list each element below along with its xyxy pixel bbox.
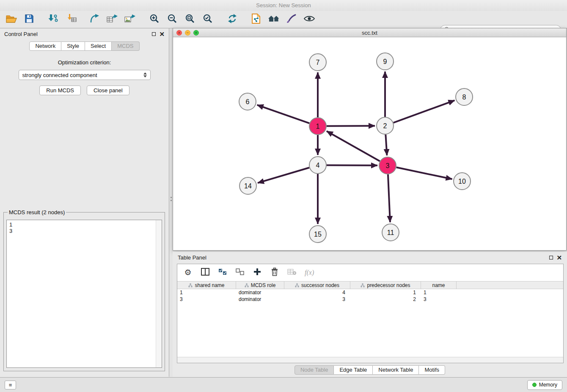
edge-3-1[interactable]	[327, 131, 380, 161]
float-panel-icon[interactable]	[152, 32, 156, 36]
close-window-icon[interactable]: ×	[176, 30, 182, 36]
tab-network[interactable]: Network	[29, 41, 61, 51]
node-label-2: 2	[383, 122, 387, 130]
first-neighbors-button[interactable]	[267, 12, 281, 27]
zoom-out-button[interactable]	[165, 12, 179, 27]
close-panel-button[interactable]: Close panel	[87, 86, 129, 95]
column-header-successor-nodes[interactable]: successor nodes	[284, 282, 350, 289]
function-builder-button[interactable]: f(x)	[305, 268, 314, 278]
column-type-icon	[361, 283, 365, 287]
close-panel-icon[interactable]: ✕	[159, 32, 165, 36]
session-document-button[interactable]	[249, 12, 263, 27]
edge-1-6[interactable]	[257, 105, 310, 123]
tab-select[interactable]: Select	[85, 41, 112, 51]
criterion-value: strongly connected component	[22, 72, 97, 78]
node-label-9: 9	[383, 58, 387, 65]
mcds-result-list[interactable]: 1 3	[6, 220, 162, 368]
export-network-button[interactable]	[87, 12, 102, 27]
table-settings-button[interactable]: ⚙	[183, 268, 193, 278]
table-row[interactable]: 1 dominator 4 1 1	[177, 289, 563, 296]
network-window-titlebar[interactable]: × − + scc.txt	[173, 28, 566, 37]
zoom-window-icon[interactable]: +	[193, 30, 199, 36]
open-session-button[interactable]	[4, 12, 19, 27]
checked-boxes-icon	[218, 268, 227, 277]
show-details-button[interactable]	[302, 12, 317, 27]
cell-predecessor-nodes[interactable]: 1	[350, 290, 421, 295]
table-row[interactable]: 3 dominator 3 2 3	[177, 296, 563, 303]
save-session-button[interactable]	[22, 12, 36, 27]
cell-predecessor-nodes[interactable]: 2	[350, 296, 421, 302]
cell-shared-name[interactable]: 1	[177, 290, 236, 295]
cell-shared-name[interactable]: 3	[177, 296, 236, 302]
criterion-select[interactable]: strongly connected component	[19, 70, 151, 80]
control-panel-header: Control Panel ✕	[0, 28, 169, 39]
cell-successor-nodes[interactable]: 3	[284, 296, 350, 302]
control-panel-tabs: Network Style Select MCDS	[0, 41, 169, 51]
close-table-panel-icon[interactable]: ✕	[556, 256, 562, 259]
delete-row-button[interactable]	[270, 268, 279, 278]
select-arrows-icon	[143, 72, 147, 77]
fx-icon: f(x)	[305, 269, 314, 276]
minimize-window-icon[interactable]: −	[185, 30, 190, 36]
edge-2-8[interactable]	[394, 100, 455, 123]
tab-network-table[interactable]: Network Table	[373, 365, 419, 375]
memory-button[interactable]: Memory	[527, 380, 562, 390]
edge-3-10[interactable]	[396, 167, 452, 179]
network-canvas[interactable]: 7968124314101511	[173, 37, 566, 250]
zoom-selected-button[interactable]	[201, 12, 215, 27]
column-header-name[interactable]: name	[421, 282, 457, 289]
cell-mcds-role[interactable]: dominator	[236, 290, 284, 295]
task-history-button[interactable]: ≡	[5, 381, 16, 389]
network-document-icon	[251, 14, 261, 25]
column-header-shared-name[interactable]: shared name	[177, 282, 236, 289]
select-all-button[interactable]	[218, 268, 227, 278]
tab-motifs[interactable]: Motifs	[419, 365, 445, 375]
table-panel-tabs: Node Table Edge Table Network Table Moti…	[173, 365, 567, 375]
edge-2-3[interactable]	[385, 135, 387, 155]
status-bar: ≡ Memory	[0, 377, 567, 392]
export-table-button[interactable]	[105, 12, 119, 27]
import-table-button[interactable]	[64, 12, 79, 27]
cell-name[interactable]: 3	[421, 296, 457, 302]
cell-successor-nodes[interactable]: 4	[284, 290, 350, 295]
export-network-icon	[89, 14, 99, 25]
column-type-icon	[188, 283, 193, 287]
import-network-button[interactable]	[46, 12, 60, 27]
zoom-in-button[interactable]	[147, 12, 162, 27]
edge-4-3[interactable]	[327, 165, 377, 166]
table-area: ⚙	[177, 264, 564, 363]
panel-splitter-handle[interactable]	[170, 195, 172, 204]
edge-1-2[interactable]	[327, 126, 375, 126]
float-table-panel-icon[interactable]	[549, 256, 553, 259]
export-image-button[interactable]	[123, 12, 137, 27]
zoom-fit-button[interactable]	[183, 12, 197, 27]
node-label-6: 6	[246, 98, 250, 105]
mcds-result-item[interactable]: 1	[9, 221, 159, 228]
node-label-3: 3	[386, 162, 390, 169]
node-label-11: 11	[387, 229, 394, 236]
tab-edge-table[interactable]: Edge Table	[334, 365, 373, 375]
table-horizontal-scrollbar[interactable]	[177, 357, 563, 363]
node-label-8: 8	[462, 94, 466, 101]
main-toolbar	[0, 11, 567, 28]
delete-table-button[interactable]	[287, 268, 297, 278]
column-header-predecessor-nodes[interactable]: predecessor nodes	[350, 282, 421, 289]
cell-name[interactable]: 1	[421, 290, 457, 295]
mcds-result-item[interactable]: 3	[9, 228, 159, 234]
tab-style[interactable]: Style	[61, 41, 85, 51]
paint-brush-icon	[286, 14, 297, 25]
column-header-mcds-role[interactable]: MCDS role	[236, 282, 284, 289]
cell-mcds-role[interactable]: dominator	[236, 296, 284, 302]
tab-mcds[interactable]: MCDS	[112, 41, 139, 51]
add-row-button[interactable]	[253, 268, 262, 278]
apply-style-button[interactable]	[284, 12, 299, 27]
unselect-all-button[interactable]	[235, 268, 245, 278]
edge-3-11[interactable]	[388, 174, 390, 222]
apply-layout-button[interactable]	[225, 12, 239, 27]
edge-4-14[interactable]	[258, 168, 309, 183]
show-columns-button[interactable]	[201, 268, 210, 278]
tab-node-table[interactable]: Node Table	[295, 365, 334, 375]
node-label-7: 7	[316, 59, 320, 66]
node-label-14: 14	[244, 182, 252, 190]
run-mcds-button[interactable]: Run MCDS	[39, 86, 81, 95]
